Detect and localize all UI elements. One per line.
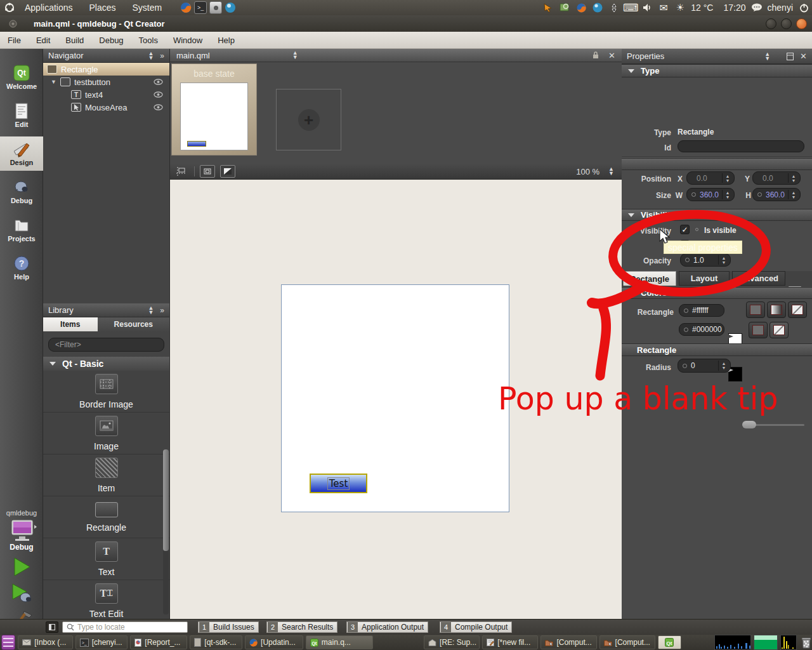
navigator-row-rectangle[interactable]: Rectangle [43, 63, 169, 76]
task-new-file[interactable]: [*new fil... [482, 635, 538, 649]
mode-help[interactable]: ? Help [0, 251, 43, 285]
navigator-row-testbutton[interactable]: ▼ testbutton [43, 76, 169, 88]
task-qtcreator[interactable]: Qt main.q... [306, 635, 373, 649]
window-titlebar[interactable]: main.qml - qmldebug - Qt Creator [0, 15, 812, 32]
library-item-image[interactable]: Image [43, 413, 169, 454]
solid-color-button[interactable] [749, 322, 768, 338]
clock[interactable]: 17:20 [723, 3, 745, 13]
section-type[interactable]: Type [622, 64, 812, 77]
snapping-icon[interactable] [175, 166, 189, 177]
reset-dot[interactable] [757, 192, 762, 197]
add-state-card[interactable]: + [276, 89, 341, 150]
library-section-qt-basic[interactable]: Qt - Basic [43, 357, 169, 371]
radius-slider-handle[interactable] [742, 421, 756, 428]
library-tab-resources[interactable]: Resources [98, 317, 169, 331]
document-switch-icon[interactable]: ▲▼ [292, 51, 298, 60]
weather-temp[interactable]: 12 °C [691, 3, 713, 13]
library-tab-items[interactable]: Items [43, 317, 98, 331]
library-item-text-edit[interactable]: TꞮ Text Edit [43, 580, 169, 623]
tab-layout[interactable]: Layout [679, 271, 730, 286]
close-panel-icon[interactable]: ✕ [800, 51, 807, 61]
tray-updown-icon[interactable] [608, 2, 620, 13]
expander-icon[interactable]: ▼ [51, 79, 56, 85]
mode-projects[interactable]: Projects [0, 213, 43, 247]
firefox-launcher-icon[interactable] [180, 2, 192, 13]
screenshot-launcher-icon[interactable] [209, 1, 222, 14]
editor-tab-mainqml[interactable]: main.qml [176, 51, 210, 60]
zoom-stepper-icon[interactable]: ▲▼ [608, 167, 614, 176]
window-list-icon[interactable] [1, 635, 15, 650]
library-filter-input[interactable]: <Filter> [48, 338, 164, 352]
radius-slider[interactable] [742, 424, 804, 426]
task-re-sup[interactable]: [RE: Sup... [424, 635, 480, 649]
solid-color-button[interactable] [746, 302, 765, 318]
bounding-rect-icon[interactable] [200, 165, 215, 178]
lock-icon[interactable] [592, 51, 599, 59]
navigator-row-text4[interactable]: T text4 [43, 88, 169, 101]
mode-edit[interactable]: Edit [0, 98, 43, 133]
panel-menu-icon[interactable]: » [160, 306, 164, 315]
tab-advanced[interactable]: Advanced [732, 271, 785, 286]
run-debug-button[interactable] [11, 583, 33, 604]
volume-icon[interactable] [641, 2, 653, 13]
menu-build[interactable]: Build [58, 32, 91, 49]
close-split-icon[interactable]: ✕ [608, 51, 615, 60]
task-report[interactable]: [Report_... [130, 635, 187, 649]
task-firefox[interactable]: [Updatin... [245, 635, 303, 649]
run-button[interactable] [13, 557, 32, 577]
section-visibility[interactable]: Visibility [622, 209, 812, 221]
qml-test-button[interactable]: Test [310, 474, 367, 493]
spin-buttons[interactable]: ▲▼ [722, 173, 733, 183]
spin-buttons[interactable]: ▲▼ [718, 361, 729, 371]
gradient-button[interactable] [767, 302, 786, 318]
locator-input[interactable]: Type to locate [62, 621, 188, 633]
sidebar-toggle-button[interactable] [46, 621, 58, 633]
border-color-input[interactable]: #000000 [679, 323, 724, 336]
task-terminal[interactable]: >_ [chenyi... [75, 635, 128, 649]
mode-debug[interactable]: Debug [0, 175, 43, 209]
keyboard-indicator-icon[interactable]: ⌨ [625, 2, 636, 13]
section-colors[interactable]: Colors [622, 287, 812, 299]
system-menu[interactable]: System [126, 0, 169, 15]
zoom-level[interactable]: 100 % [576, 167, 599, 176]
x-input[interactable]: 0.0 ▲▼ [686, 171, 735, 185]
panel-switch-icon[interactable]: ▲▼ [764, 52, 770, 61]
pane-compile-output[interactable]: 4 Compile Output [440, 621, 512, 633]
panel-menu-icon[interactable]: » [160, 51, 164, 60]
reset-dot[interactable] [684, 308, 688, 313]
tray-cursor-icon[interactable] [542, 2, 554, 13]
root-item-icon[interactable] [220, 165, 235, 178]
library-item-text[interactable]: T Text [43, 538, 169, 580]
menu-edit[interactable]: Edit [29, 32, 58, 49]
close-button[interactable] [796, 18, 807, 29]
id-input[interactable] [678, 140, 804, 152]
panel-switch-icon[interactable]: ▲▼ [148, 51, 154, 60]
split-panel-icon[interactable] [787, 53, 794, 60]
base-state-card[interactable]: base state [171, 63, 257, 156]
reset-dot[interactable] [683, 364, 687, 368]
form-editor-canvas[interactable]: Test [170, 180, 622, 619]
tray-map-icon[interactable] [559, 2, 570, 13]
navigator-row-mousearea[interactable]: MouseArea [43, 101, 169, 114]
task-inbox[interactable]: [Inbox (... [18, 635, 72, 649]
library-scrollbar[interactable] [163, 449, 169, 614]
disk-applet[interactable] [780, 635, 797, 650]
applications-menu[interactable]: Applications [18, 0, 80, 15]
mode-design[interactable]: Design [0, 136, 43, 171]
y-input[interactable]: 0.0 ▲▼ [752, 171, 801, 185]
task-computer-2[interactable]: [Comput... [599, 635, 655, 649]
spin-buttons[interactable]: ▲▼ [788, 173, 799, 183]
menu-window[interactable]: Window [166, 32, 210, 49]
library-item-item[interactable]: Item [43, 454, 169, 496]
cpu-history-applet[interactable] [714, 635, 751, 650]
ubuntu-logo-icon[interactable] [4, 2, 15, 13]
pane-application-output[interactable]: 3 Application Output [346, 621, 428, 633]
qml-root-rectangle[interactable]: Test [281, 284, 509, 512]
reset-dot[interactable] [685, 258, 690, 262]
reset-dot[interactable] [695, 228, 698, 231]
minimize-button[interactable] [766, 18, 776, 29]
spin-buttons[interactable]: ▲▼ [718, 255, 729, 265]
tray-firefox-icon[interactable] [575, 2, 587, 13]
visibility-eye-icon[interactable] [154, 104, 163, 110]
transparent-button[interactable] [788, 302, 807, 318]
